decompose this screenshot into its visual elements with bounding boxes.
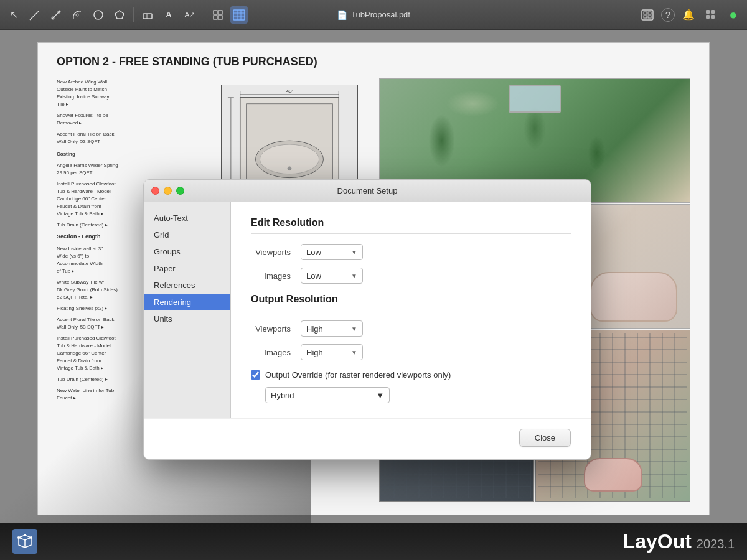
output-viewports-select[interactable]: High ▼ xyxy=(301,320,363,337)
dialog-title: Document Setup xyxy=(337,186,398,195)
separator-1 xyxy=(133,7,134,22)
svg-rect-28 xyxy=(711,15,715,19)
edit-images-value: Low xyxy=(306,271,321,281)
output-resolution-title: Output Resolution xyxy=(251,294,571,305)
svg-rect-13 xyxy=(214,16,217,19)
viewport-icon[interactable] xyxy=(639,6,656,24)
eraser-tool[interactable] xyxy=(139,6,156,24)
svg-point-46 xyxy=(17,536,20,539)
label-tool[interactable]: A↗ xyxy=(181,6,199,24)
svg-point-47 xyxy=(30,536,32,539)
nav-units[interactable]: Units xyxy=(144,310,230,327)
output-images-chevron: ▼ xyxy=(351,349,357,356)
hybrid-chevron: ▼ xyxy=(376,391,384,400)
shape-tool[interactable] xyxy=(111,6,128,24)
nav-auto-text[interactable]: Auto-Text xyxy=(144,210,230,226)
edit-images-select[interactable]: Low ▼ xyxy=(301,268,363,284)
output-override-checkbox[interactable] xyxy=(251,370,260,380)
svg-rect-27 xyxy=(706,15,710,19)
output-viewports-chevron: ▼ xyxy=(351,325,357,332)
document-setup-dialog: Document Setup Auto-Text Grid Groups Pap… xyxy=(143,179,591,460)
output-resolution-divider xyxy=(251,310,571,310)
edit-viewports-value: Low xyxy=(306,248,321,257)
canvas-area: OPTION 2 - FREE STANDING (TUB PURCHASED)… xyxy=(0,30,747,523)
svg-point-7 xyxy=(94,11,103,19)
output-viewports-row: Viewports High ▼ xyxy=(251,320,571,337)
dialog-sidebar: Auto-Text Grid Groups Paper References R… xyxy=(144,202,231,418)
dialog-content-panel: Edit Resolution Viewports Low ▼ Images xyxy=(231,202,591,418)
svg-rect-12 xyxy=(218,11,222,14)
dialog-titlebar: Document Setup xyxy=(144,180,591,202)
pattern-tool[interactable] xyxy=(209,6,227,24)
output-override-label: Output Override (for raster rendered vie… xyxy=(265,370,451,380)
grid-apps-icon[interactable] xyxy=(702,6,720,24)
svg-marker-8 xyxy=(115,11,124,19)
output-resolution-section: Output Resolution Viewports High ▼ Image… xyxy=(251,294,571,403)
edit-viewports-chevron: ▼ xyxy=(351,249,357,256)
output-images-select[interactable]: High ▼ xyxy=(301,344,363,360)
window-controls xyxy=(151,187,184,195)
output-images-value: High xyxy=(306,348,323,357)
svg-point-45 xyxy=(24,534,26,536)
edit-images-label: Images xyxy=(251,271,301,281)
svg-rect-15 xyxy=(233,10,245,20)
output-viewports-value: High xyxy=(306,324,323,334)
edit-resolution-divider xyxy=(251,233,571,234)
text-tool[interactable]: A xyxy=(160,6,177,24)
pencil-tool[interactable] xyxy=(26,6,44,24)
svg-rect-20 xyxy=(642,10,653,20)
nav-paper[interactable]: Paper xyxy=(144,260,230,277)
pointer-tool[interactable]: ↖ xyxy=(5,6,22,24)
dialog-footer: Close xyxy=(144,418,591,459)
brand-logo xyxy=(12,529,37,554)
bottom-bar: LayOut 2023.1 xyxy=(0,523,747,560)
nav-grid[interactable]: Grid xyxy=(144,226,230,243)
window-maximize-button[interactable] xyxy=(176,187,184,195)
svg-rect-21 xyxy=(644,12,647,14)
edit-resolution-title: Edit Resolution xyxy=(251,217,571,228)
edit-viewports-select[interactable]: Low ▼ xyxy=(301,244,363,260)
arc-tool[interactable] xyxy=(68,6,86,24)
output-images-row: Images High ▼ xyxy=(251,344,571,360)
svg-rect-22 xyxy=(648,12,651,14)
svg-rect-26 xyxy=(711,10,715,14)
brand-out: Out xyxy=(657,530,692,553)
nav-groups[interactable]: Groups xyxy=(144,243,230,260)
pdf-icon: 📄 xyxy=(337,10,347,20)
circle-tool[interactable] xyxy=(90,6,107,24)
line-tool[interactable] xyxy=(47,6,65,24)
svg-point-6 xyxy=(76,14,78,16)
svg-rect-24 xyxy=(648,16,651,18)
window-minimize-button[interactable] xyxy=(164,187,172,195)
svg-line-2 xyxy=(30,19,31,20)
nav-rendering[interactable]: Rendering xyxy=(144,294,230,310)
dialog-body: Auto-Text Grid Groups Paper References R… xyxy=(144,202,591,418)
brand-version-group: LayOut 2023.1 xyxy=(623,530,735,553)
document-title: TubProposal.pdf xyxy=(351,10,410,19)
toolbar: ↖ A A↗ 📄 TubProposal.pdf xyxy=(0,0,747,30)
svg-rect-9 xyxy=(143,14,152,19)
output-images-label: Images xyxy=(251,348,301,357)
hybrid-select[interactable]: Hybrid ▼ xyxy=(265,387,390,403)
table-tool[interactable] xyxy=(230,6,248,24)
svg-line-0 xyxy=(31,12,38,19)
edit-viewports-row: Viewports Low ▼ xyxy=(251,244,571,260)
sketchup-logo-icon xyxy=(12,529,37,554)
svg-rect-14 xyxy=(218,16,222,19)
window-close-button[interactable] xyxy=(151,187,159,195)
profile-icon[interactable]: ● xyxy=(725,6,742,24)
svg-line-1 xyxy=(38,11,39,12)
edit-viewports-label: Viewports xyxy=(251,248,301,257)
separator-2 xyxy=(204,7,204,22)
toolbar-right: ? 🔔 ● xyxy=(639,6,742,24)
svg-rect-25 xyxy=(706,10,710,14)
svg-rect-23 xyxy=(644,16,647,18)
output-viewports-label: Viewports xyxy=(251,324,301,334)
hybrid-value: Hybrid xyxy=(271,391,294,400)
edit-images-chevron: ▼ xyxy=(351,273,357,279)
hybrid-row: Hybrid ▼ xyxy=(265,387,571,403)
help-icon[interactable]: ? xyxy=(661,8,675,22)
notification-icon[interactable]: 🔔 xyxy=(680,6,697,24)
close-button[interactable]: Close xyxy=(519,429,571,447)
nav-references[interactable]: References xyxy=(144,277,230,294)
